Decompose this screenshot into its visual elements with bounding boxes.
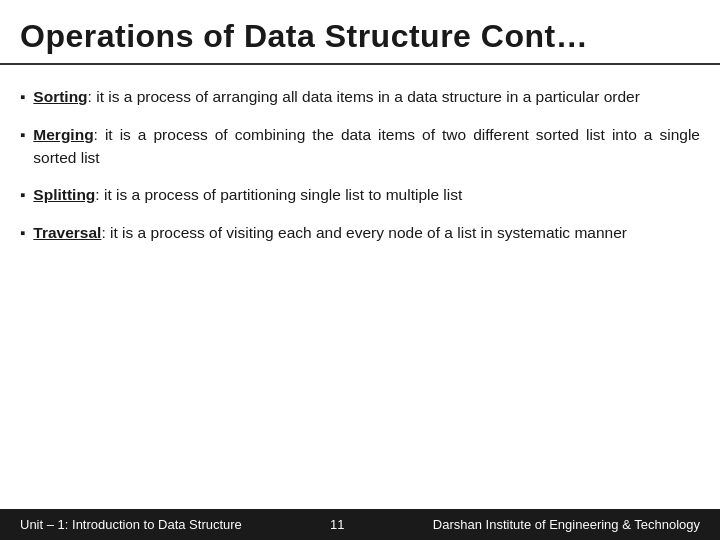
bullet-text: Traversal: it is a process of visiting e… [33,221,627,244]
bullet-marker: ▪ [20,86,25,109]
bullet-text: Sorting: it is a process of arranging al… [33,85,640,108]
bullet-term: Traversal [33,224,101,241]
bullet-description: : it is a process of arranging all data … [88,88,640,105]
bullet-marker: ▪ [20,222,25,245]
bullet-marker: ▪ [20,124,25,147]
list-item: ▪ Splitting: it is a process of partitio… [20,183,700,207]
slide: Operations of Data Structure Cont… ▪ Sor… [0,0,720,540]
bullet-text: Splitting: it is a process of partitioni… [33,183,462,206]
bullet-term: Merging [33,126,93,143]
bullet-marker: ▪ [20,184,25,207]
footer-right: Darshan Institute of Engineering & Techn… [433,517,700,532]
list-item: ▪ Traversal: it is a process of visiting… [20,221,700,245]
bullet-text: Merging: it is a process of combining th… [33,123,700,170]
slide-footer: Unit – 1: Introduction to Data Structure… [0,509,720,540]
list-item: ▪ Merging: it is a process of combining … [20,123,700,170]
bullet-term: Splitting [33,186,95,203]
bullet-description: : it is a process of combining the data … [33,126,700,166]
list-item: ▪ Sorting: it is a process of arranging … [20,85,700,109]
bullet-term: Sorting [33,88,87,105]
footer-center: 11 [330,517,344,532]
bullet-description: : it is a process of partitioning single… [95,186,462,203]
bullet-description: : it is a process of visiting each and e… [101,224,627,241]
slide-content: ▪ Sorting: it is a process of arranging … [0,65,720,509]
footer-left: Unit – 1: Introduction to Data Structure [20,517,242,532]
bullet-list: ▪ Sorting: it is a process of arranging … [20,85,700,244]
slide-header: Operations of Data Structure Cont… [0,0,720,65]
slide-title: Operations of Data Structure Cont… [20,18,700,55]
